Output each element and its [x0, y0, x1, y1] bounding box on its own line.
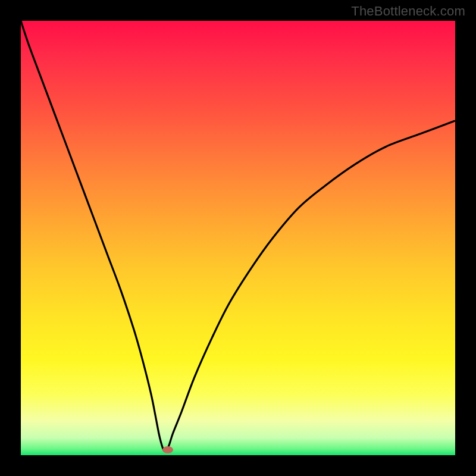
attribution-watermark: TheBottleneck.com: [351, 4, 465, 19]
chart-plot-area: [21, 21, 455, 455]
bottleneck-curve: [21, 21, 455, 451]
optimal-point-marker: [162, 446, 173, 453]
bottleneck-curve-layer: [21, 21, 455, 455]
